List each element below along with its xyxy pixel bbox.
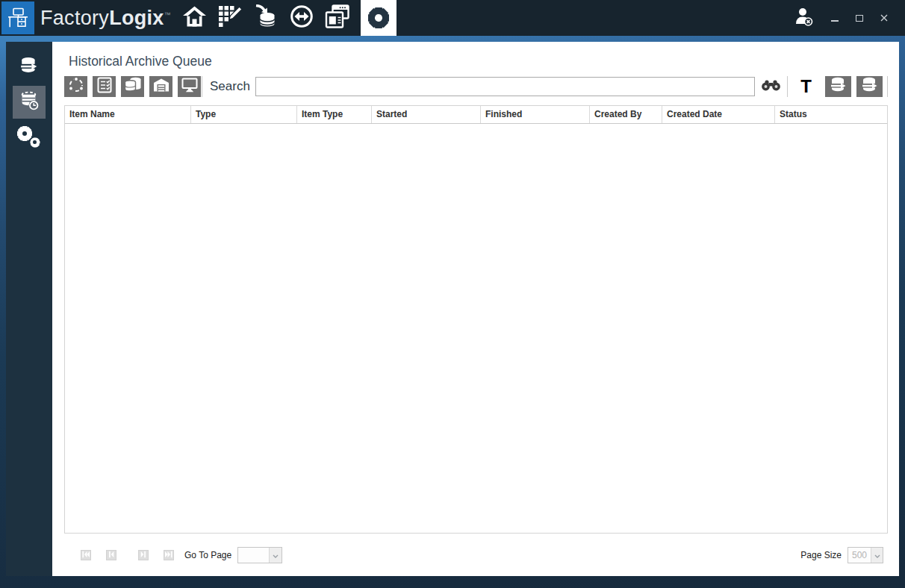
minimize-button[interactable]: [830, 13, 839, 23]
brand-bold: Logix: [109, 7, 164, 29]
previous-page-icon: [108, 550, 114, 560]
nav-reports-button[interactable]: [325, 0, 351, 36]
text-filter-button[interactable]: T: [800, 76, 812, 97]
toolbar-separator: [887, 76, 888, 97]
toolbar-separator: [787, 76, 788, 97]
process-hub-icon: [68, 77, 84, 96]
plan-edit-icon: [218, 5, 243, 31]
nav-home-button[interactable]: [181, 0, 208, 36]
checklist-icon: [97, 77, 112, 96]
search-label: Search: [210, 79, 250, 94]
column-header-created-by[interactable]: Created By: [590, 106, 662, 123]
pagination-bar: Go To Page Page Size 500: [64, 534, 888, 576]
page-size-label: Page Size: [800, 550, 842, 560]
nav-sync-button[interactable]: [289, 0, 315, 36]
app-logo-icon: [1, 1, 34, 34]
last-page-icon: [165, 550, 172, 560]
main-nav: [181, 0, 396, 36]
settings-gear-icon: [368, 7, 389, 28]
process-hub-button[interactable]: [64, 76, 87, 97]
archive-queue-grid: Item Name Type Item Type Started Finishe…: [64, 105, 888, 534]
go-to-page-dropdown-button[interactable]: [269, 548, 282, 563]
column-header-item-type[interactable]: Item Type: [297, 106, 372, 123]
monitor-button[interactable]: [178, 76, 201, 97]
sidebar: [6, 42, 52, 576]
go-to-page-label: Go To Page: [184, 550, 231, 560]
nav-data-import-button[interactable]: [253, 0, 279, 36]
titlebar-right: [794, 7, 905, 30]
databases-button[interactable]: [121, 76, 144, 97]
warehouse-icon: [153, 78, 170, 96]
close-button[interactable]: [880, 13, 889, 23]
window-frame: Historical Archive Queue: [0, 36, 905, 588]
maximize-icon: [856, 15, 863, 22]
nav-settings-button[interactable]: [361, 0, 396, 36]
binoculars-icon: [761, 79, 781, 94]
archive-transfer-icon: [19, 57, 39, 78]
go-to-page-value: [238, 548, 269, 563]
column-header-finished[interactable]: Finished: [481, 106, 590, 123]
main-content: Historical Archive Queue: [52, 42, 899, 576]
archive-database-icon: [830, 77, 848, 96]
data-archive-import-icon: [255, 4, 277, 31]
find-button[interactable]: [755, 79, 786, 94]
previous-page-button[interactable]: [106, 550, 116, 560]
archive-database-icon: [861, 77, 879, 96]
titlebar: FactoryLogix™: [0, 0, 905, 36]
chevron-down-icon: [874, 550, 880, 560]
archive-settings-gears-icon: [17, 126, 41, 148]
archive-queue-button[interactable]: [856, 76, 883, 97]
next-page-button[interactable]: [138, 550, 149, 560]
brand-light: Factory: [40, 7, 109, 29]
sync-transfer-icon: [290, 4, 314, 31]
home-icon: [182, 5, 207, 31]
grid-body-empty: [65, 124, 887, 533]
sidebar-item-historical-archive-queue[interactable]: [13, 86, 46, 119]
brand-title: FactoryLogix™: [40, 7, 171, 30]
toolbar: Search: [64, 76, 888, 97]
historical-archive-icon: [19, 91, 40, 114]
page-size-select[interactable]: 500: [848, 547, 883, 563]
first-page-icon: [82, 550, 90, 560]
column-header-status[interactable]: Status: [775, 106, 887, 123]
sidebar-item-archive-settings[interactable]: [13, 121, 46, 154]
chevron-down-icon: [273, 550, 279, 560]
toolbar-separator: [202, 76, 202, 97]
checklist-button[interactable]: [93, 76, 116, 97]
page-size-group: Page Size 500: [800, 547, 888, 563]
databases-icon: [124, 77, 142, 96]
column-header-type[interactable]: Type: [191, 106, 297, 123]
nav-plan-edit-button[interactable]: [217, 0, 243, 36]
column-header-started[interactable]: Started: [372, 106, 481, 123]
page-title: Historical Archive Queue: [69, 54, 888, 69]
page-size-dropdown-button[interactable]: [871, 548, 883, 563]
app-window: FactoryLogix™: [0, 0, 905, 588]
grid-header: Item Name Type Item Type Started Finishe…: [65, 106, 887, 124]
brand-trademark: ™: [164, 11, 171, 19]
column-header-created-date[interactable]: Created Date: [662, 106, 775, 123]
last-page-button[interactable]: [164, 550, 174, 560]
go-to-page-select[interactable]: [237, 547, 282, 563]
column-header-item-name[interactable]: Item Name: [65, 106, 191, 123]
close-icon: [880, 11, 888, 25]
reports-windows-icon: [325, 4, 350, 31]
next-page-icon: [140, 550, 146, 560]
monitor-icon: [181, 78, 198, 96]
archive-now-button[interactable]: [825, 76, 851, 97]
page-size-value: 500: [848, 548, 871, 563]
first-page-button[interactable]: [81, 550, 91, 560]
user-logout-icon[interactable]: [794, 7, 815, 30]
search-input[interactable]: [255, 77, 755, 96]
warehouse-button[interactable]: [149, 76, 172, 97]
maximize-button[interactable]: [855, 13, 864, 23]
minimize-icon: [831, 20, 839, 22]
sidebar-item-archive-transfer[interactable]: [13, 51, 46, 84]
